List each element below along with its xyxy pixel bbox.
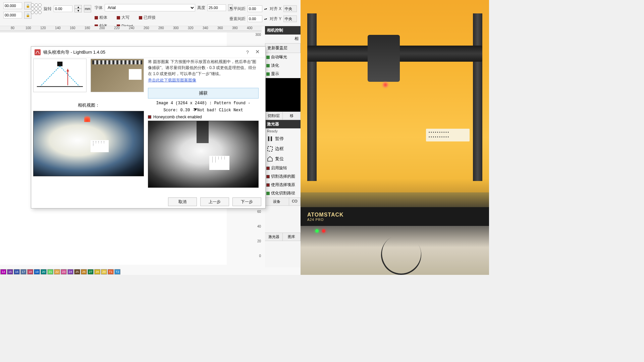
update-overlay-button[interactable]: 更新覆盖层 — [265, 43, 301, 53]
laser-head-silhouette — [197, 121, 209, 143]
wizard-titlebar[interactable]: 镜头校准向导 - LightBurn 1.4.05 ? ✕ — [31, 47, 265, 58]
hspace-input[interactable] — [248, 5, 262, 12]
height-label: 高度 — [197, 5, 205, 11]
palette-swatch[interactable]: T2 — [114, 269, 120, 275]
auto-exposure-checkbox[interactable]: 自动曝光 — [271, 54, 287, 60]
capture-button[interactable]: 捕获 — [148, 88, 259, 99]
unit-mm-button[interactable]: mm — [84, 5, 91, 12]
right-panel-dock: 相机控制 相 更新覆盖层 自动曝光 淡化 显示 切割/层 移 激光器 Ready… — [265, 26, 301, 267]
height-input[interactable] — [207, 4, 226, 11]
help-button[interactable]: ? — [245, 50, 251, 55]
fade-checkbox[interactable]: 淡化 — [271, 63, 279, 68]
top-toolbar: 🔒 🔒 旋转 ▴ ▾ mm 字体 Arial — [0, 0, 301, 26]
close-button[interactable]: ✕ — [253, 49, 262, 56]
tab-laser[interactable]: 激光器 — [265, 233, 283, 241]
cut-selected-checkbox[interactable]: 切割选择的图 — [271, 174, 295, 179]
tab-move[interactable]: 移 — [283, 112, 301, 120]
palette-swatch[interactable]: 23 — [61, 269, 67, 275]
com-port-select[interactable]: CO — [289, 198, 301, 205]
check-led-icon — [266, 175, 270, 178]
palette-swatch[interactable]: 16 — [14, 269, 20, 275]
palette-swatch[interactable]: 26 — [81, 269, 87, 275]
check-led-icon — [139, 16, 142, 19]
anchor-selector[interactable] — [31, 3, 42, 14]
capture-status-line1: Image 4 (3264 x 2448) : Pattern found - — [148, 101, 259, 106]
palette-swatch[interactable]: 21 — [47, 269, 53, 275]
rotation-input[interactable] — [54, 5, 72, 12]
camera-preview-black — [265, 78, 301, 112]
check-led-icon — [95, 16, 98, 19]
machine-base: ATOMSTACK A24 PRO — [301, 207, 489, 226]
led-green-icon — [315, 229, 319, 233]
home-button[interactable]: 复位 — [265, 154, 301, 164]
palette-swatch[interactable]: 24 — [67, 269, 73, 275]
align-x-select[interactable] — [283, 5, 297, 12]
palette-swatch[interactable]: 29 — [101, 269, 107, 275]
back-button[interactable]: 上一步 — [200, 197, 229, 206]
ruler-tick: 160 — [70, 26, 75, 30]
palette-swatch[interactable]: 22 — [54, 269, 60, 275]
coord-y-input[interactable] — [3, 12, 22, 18]
lens-calibration-wizard: 镜头校准向导 - LightBurn 1.4.05 ? ✕ — [31, 46, 266, 208]
check-led-icon — [117, 16, 120, 19]
tab-library[interactable]: 图库 — [283, 233, 301, 241]
svg-rect-3 — [57, 62, 63, 66]
enable-rotary-checkbox[interactable]: 启用旋转 — [271, 165, 287, 171]
use-selection-origin-checkbox[interactable]: 使用选择项原 — [271, 182, 295, 188]
download-pattern-link[interactable]: 单击此处下载圆形图案图像 — [148, 78, 196, 82]
welded-checkbox[interactable]: 已焊接 — [144, 15, 156, 20]
spinner-down-icon[interactable]: ▾ — [74, 9, 82, 12]
font-select[interactable]: Arial — [105, 4, 195, 11]
camera-setup-diagram — [33, 59, 87, 92]
spinner-icon[interactable]: ▴▾ — [264, 17, 268, 20]
check-led-icon — [266, 183, 270, 187]
show-checkbox[interactable]: 显示 — [271, 71, 279, 77]
ruler-tick: 300 — [255, 33, 261, 37]
palette-swatch[interactable]: 25 — [74, 269, 80, 275]
optimize-cut-path-checkbox[interactable]: 优化切割路径 — [271, 190, 295, 196]
laser-dot-icon — [84, 114, 90, 122]
led-red-icon — [322, 229, 325, 233]
machine-model-label: A24 PRO — [307, 218, 344, 222]
pause-button[interactable]: 暂停 — [265, 134, 301, 144]
ruler-tick: 380 — [232, 26, 238, 30]
ruler-tick: 0 — [259, 254, 261, 258]
upper-checkbox[interactable]: 大写 — [121, 15, 129, 20]
devices-button[interactable]: 设备 — [265, 198, 289, 205]
ruler-tick: 120 — [40, 26, 46, 30]
laser-status: Ready — [265, 128, 301, 134]
spinner-icon[interactable]: ▴▾ — [264, 7, 268, 10]
ruler-tick: 400 — [247, 26, 253, 30]
font-label: 字体 — [95, 5, 103, 11]
honeycomb-checkbox[interactable]: Honeycomb check enabled — [153, 115, 202, 119]
machine-cable — [374, 227, 429, 275]
vspace-input[interactable] — [248, 15, 262, 22]
spinner-up-icon[interactable]: ▴ — [74, 5, 82, 9]
palette-swatch[interactable]: 15 — [7, 269, 13, 275]
coord-x-input[interactable] — [3, 2, 22, 9]
ruler-tick: 180 — [85, 26, 90, 30]
align-x-label: 对齐 X — [270, 6, 281, 12]
palette-swatch[interactable]: 28 — [94, 269, 100, 275]
ruler-tick: 280 — [158, 26, 164, 30]
palette-swatch[interactable]: 19 — [34, 269, 40, 275]
tab-cuts-layers[interactable]: 切割/层 — [265, 112, 283, 120]
frame-button[interactable]: 边框 — [265, 144, 301, 154]
svg-rect-0 — [268, 136, 269, 141]
palette-swatch[interactable]: 27 — [88, 269, 94, 275]
machine-brand-label: ATOMSTACK — [307, 212, 344, 218]
palette-swatch[interactable]: 17 — [20, 269, 26, 275]
palette-swatch[interactable]: T1 — [108, 269, 114, 275]
check-led-icon — [148, 115, 151, 119]
machine-rail — [307, 13, 317, 181]
cancel-button[interactable]: 取消 — [168, 197, 197, 206]
palette-swatch[interactable]: 14 — [0, 269, 6, 275]
bold-checkbox[interactable]: 粗体 — [99, 15, 107, 20]
hspace-label: 水平间距 — [229, 6, 246, 12]
ruler-tick: 100 — [25, 26, 31, 30]
palette-swatch[interactable]: 20 — [41, 269, 47, 275]
align-y-select[interactable] — [283, 15, 297, 22]
app-icon — [35, 49, 41, 55]
palette-swatch[interactable]: 18 — [27, 269, 33, 275]
next-button[interactable]: 下一步 — [232, 197, 261, 206]
